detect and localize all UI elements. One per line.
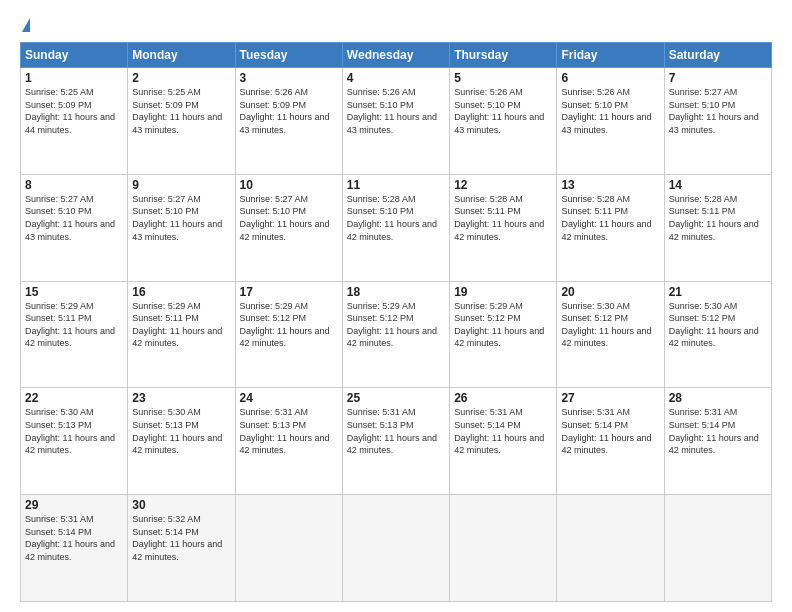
daylight-label: Daylight: 11 hours and 42 minutes. [454,219,544,242]
day-info: Sunrise: 5:29 AM Sunset: 5:12 PM Dayligh… [347,300,445,350]
daylight-label: Daylight: 11 hours and 43 minutes. [25,219,115,242]
sunset-label: Sunset: 5:12 PM [240,313,307,323]
day-number: 21 [669,285,767,299]
sunrise-label: Sunrise: 5:29 AM [347,301,416,311]
calendar-week-row: 8 Sunrise: 5:27 AM Sunset: 5:10 PM Dayli… [21,174,772,281]
sunset-label: Sunset: 5:14 PM [561,420,628,430]
day-number: 8 [25,178,123,192]
day-info: Sunrise: 5:29 AM Sunset: 5:11 PM Dayligh… [25,300,123,350]
calendar-cell: 25 Sunrise: 5:31 AM Sunset: 5:13 PM Dayl… [342,388,449,495]
sunrise-label: Sunrise: 5:28 AM [347,194,416,204]
sunrise-label: Sunrise: 5:28 AM [561,194,630,204]
sunrise-label: Sunrise: 5:31 AM [347,407,416,417]
day-info: Sunrise: 5:30 AM Sunset: 5:12 PM Dayligh… [669,300,767,350]
calendar-cell: 5 Sunrise: 5:26 AM Sunset: 5:10 PM Dayli… [450,68,557,175]
daylight-label: Daylight: 11 hours and 43 minutes. [669,112,759,135]
sunset-label: Sunset: 5:10 PM [561,100,628,110]
sunset-label: Sunset: 5:13 PM [240,420,307,430]
sunset-label: Sunset: 5:13 PM [25,420,92,430]
day-number: 24 [240,391,338,405]
day-info: Sunrise: 5:28 AM Sunset: 5:11 PM Dayligh… [454,193,552,243]
daylight-label: Daylight: 11 hours and 42 minutes. [454,326,544,349]
day-info: Sunrise: 5:27 AM Sunset: 5:10 PM Dayligh… [240,193,338,243]
calendar-cell [450,495,557,602]
sunrise-label: Sunrise: 5:26 AM [347,87,416,97]
sunrise-label: Sunrise: 5:30 AM [561,301,630,311]
daylight-label: Daylight: 11 hours and 42 minutes. [132,326,222,349]
calendar-header-thursday: Thursday [450,43,557,68]
daylight-label: Daylight: 11 hours and 42 minutes. [561,326,651,349]
calendar-cell: 1 Sunrise: 5:25 AM Sunset: 5:09 PM Dayli… [21,68,128,175]
day-number: 18 [347,285,445,299]
sunset-label: Sunset: 5:14 PM [25,527,92,537]
calendar-cell: 15 Sunrise: 5:29 AM Sunset: 5:11 PM Dayl… [21,281,128,388]
calendar-cell: 17 Sunrise: 5:29 AM Sunset: 5:12 PM Dayl… [235,281,342,388]
day-info: Sunrise: 5:28 AM Sunset: 5:11 PM Dayligh… [669,193,767,243]
day-number: 25 [347,391,445,405]
day-info: Sunrise: 5:28 AM Sunset: 5:11 PM Dayligh… [561,193,659,243]
day-info: Sunrise: 5:31 AM Sunset: 5:14 PM Dayligh… [561,406,659,456]
calendar-cell: 4 Sunrise: 5:26 AM Sunset: 5:10 PM Dayli… [342,68,449,175]
logo [20,18,30,32]
sunrise-label: Sunrise: 5:31 AM [25,514,94,524]
day-number: 7 [669,71,767,85]
calendar-header-friday: Friday [557,43,664,68]
daylight-label: Daylight: 11 hours and 42 minutes. [347,433,437,456]
sunset-label: Sunset: 5:11 PM [669,206,736,216]
daylight-label: Daylight: 11 hours and 42 minutes. [240,326,330,349]
calendar-header-sunday: Sunday [21,43,128,68]
calendar-week-row: 29 Sunrise: 5:31 AM Sunset: 5:14 PM Dayl… [21,495,772,602]
sunset-label: Sunset: 5:11 PM [25,313,92,323]
sunset-label: Sunset: 5:11 PM [561,206,628,216]
calendar-cell: 29 Sunrise: 5:31 AM Sunset: 5:14 PM Dayl… [21,495,128,602]
sunset-label: Sunset: 5:14 PM [132,527,199,537]
day-info: Sunrise: 5:27 AM Sunset: 5:10 PM Dayligh… [132,193,230,243]
sunrise-label: Sunrise: 5:27 AM [240,194,309,204]
calendar-cell [342,495,449,602]
sunrise-label: Sunrise: 5:29 AM [25,301,94,311]
daylight-label: Daylight: 11 hours and 43 minutes. [132,112,222,135]
daylight-label: Daylight: 11 hours and 42 minutes. [347,219,437,242]
day-info: Sunrise: 5:31 AM Sunset: 5:14 PM Dayligh… [25,513,123,563]
day-number: 1 [25,71,123,85]
sunrise-label: Sunrise: 5:27 AM [132,194,201,204]
sunrise-label: Sunrise: 5:31 AM [561,407,630,417]
calendar-week-row: 1 Sunrise: 5:25 AM Sunset: 5:09 PM Dayli… [21,68,772,175]
daylight-label: Daylight: 11 hours and 42 minutes. [561,219,651,242]
calendar-cell: 30 Sunrise: 5:32 AM Sunset: 5:14 PM Dayl… [128,495,235,602]
sunset-label: Sunset: 5:10 PM [669,100,736,110]
calendar-cell: 13 Sunrise: 5:28 AM Sunset: 5:11 PM Dayl… [557,174,664,281]
sunset-label: Sunset: 5:12 PM [669,313,736,323]
daylight-label: Daylight: 11 hours and 43 minutes. [561,112,651,135]
calendar-cell: 7 Sunrise: 5:27 AM Sunset: 5:10 PM Dayli… [664,68,771,175]
sunset-label: Sunset: 5:13 PM [132,420,199,430]
sunrise-label: Sunrise: 5:28 AM [669,194,738,204]
day-number: 14 [669,178,767,192]
day-number: 20 [561,285,659,299]
calendar-cell: 21 Sunrise: 5:30 AM Sunset: 5:12 PM Dayl… [664,281,771,388]
day-info: Sunrise: 5:31 AM Sunset: 5:14 PM Dayligh… [669,406,767,456]
sunset-label: Sunset: 5:10 PM [347,100,414,110]
sunrise-label: Sunrise: 5:32 AM [132,514,201,524]
sunrise-label: Sunrise: 5:26 AM [454,87,523,97]
day-number: 2 [132,71,230,85]
day-number: 16 [132,285,230,299]
calendar-cell: 10 Sunrise: 5:27 AM Sunset: 5:10 PM Dayl… [235,174,342,281]
sunrise-label: Sunrise: 5:26 AM [240,87,309,97]
sunset-label: Sunset: 5:10 PM [25,206,92,216]
calendar-cell: 14 Sunrise: 5:28 AM Sunset: 5:11 PM Dayl… [664,174,771,281]
sunrise-label: Sunrise: 5:31 AM [454,407,523,417]
day-info: Sunrise: 5:25 AM Sunset: 5:09 PM Dayligh… [25,86,123,136]
sunset-label: Sunset: 5:11 PM [132,313,199,323]
daylight-label: Daylight: 11 hours and 43 minutes. [454,112,544,135]
day-info: Sunrise: 5:31 AM Sunset: 5:13 PM Dayligh… [240,406,338,456]
sunrise-label: Sunrise: 5:30 AM [132,407,201,417]
calendar-cell: 23 Sunrise: 5:30 AM Sunset: 5:13 PM Dayl… [128,388,235,495]
day-info: Sunrise: 5:30 AM Sunset: 5:13 PM Dayligh… [25,406,123,456]
sunrise-label: Sunrise: 5:29 AM [132,301,201,311]
sunset-label: Sunset: 5:09 PM [132,100,199,110]
calendar-header-row: SundayMondayTuesdayWednesdayThursdayFrid… [21,43,772,68]
day-info: Sunrise: 5:30 AM Sunset: 5:13 PM Dayligh… [132,406,230,456]
day-info: Sunrise: 5:29 AM Sunset: 5:12 PM Dayligh… [454,300,552,350]
sunset-label: Sunset: 5:13 PM [347,420,414,430]
